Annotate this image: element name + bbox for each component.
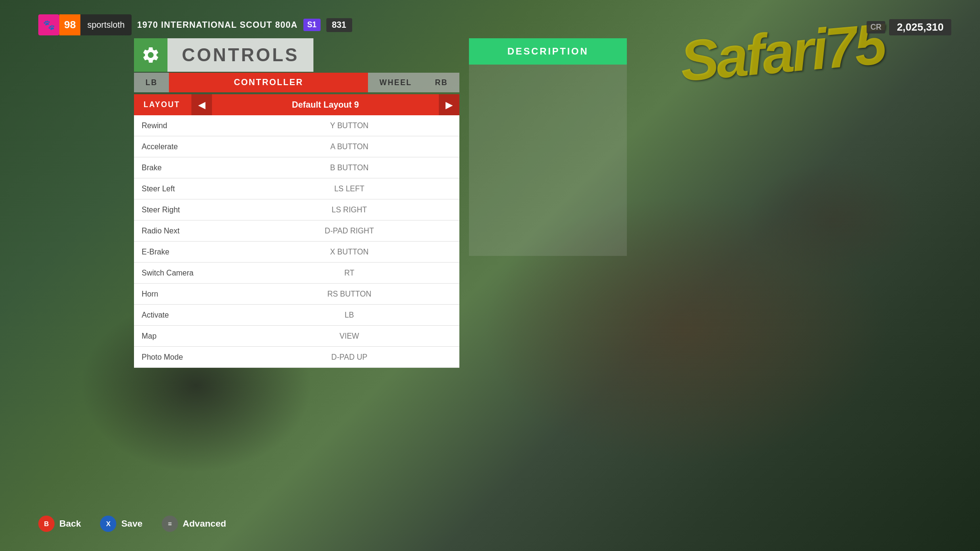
bottom-bar: B Back X Save ≡ Advanced xyxy=(38,516,226,532)
cr-amount: 2,025,310 xyxy=(889,19,951,35)
control-binding: X BUTTON xyxy=(239,248,459,256)
description-title: DESCRIPTION xyxy=(479,46,617,57)
button-save: X xyxy=(100,516,116,532)
controls-panel: CONTROLS LB CONTROLLER WHEEL RB LAYOUT ◀… xyxy=(134,38,459,368)
control-binding: D-PAD RIGHT xyxy=(239,227,459,235)
bottom-action-save[interactable]: X Save xyxy=(100,516,142,532)
control-name: E-Brake xyxy=(134,248,239,256)
player-name: sportsloth xyxy=(80,14,131,35)
car-name: 1970 INTERNATIONAL SCOUT 800A xyxy=(137,20,298,30)
control-binding: RT xyxy=(239,269,459,277)
control-name: Accelerate xyxy=(134,143,239,151)
controls-header: CONTROLS xyxy=(134,38,459,72)
bottom-action-advanced[interactable]: ≡ Advanced xyxy=(162,516,226,532)
cr-display: CR 2,025,310 xyxy=(867,19,951,35)
control-binding: A BUTTON xyxy=(239,143,459,151)
tab-controller[interactable]: CONTROLLER xyxy=(169,73,368,92)
control-binding: RS BUTTON xyxy=(239,290,459,298)
description-header: DESCRIPTION xyxy=(469,38,627,65)
bottom-action-back[interactable]: B Back xyxy=(38,516,81,532)
control-binding: B BUTTON xyxy=(239,164,459,172)
control-row[interactable]: Activate LB xyxy=(134,305,459,326)
control-name: Steer Left xyxy=(134,185,239,193)
player-level: 98 xyxy=(59,14,80,35)
control-name: Rewind xyxy=(134,121,239,130)
tab-rb[interactable]: RB xyxy=(423,73,459,92)
control-name: Photo Mode xyxy=(134,353,239,362)
control-row[interactable]: Brake B BUTTON xyxy=(134,157,459,178)
controls-title-box: CONTROLS xyxy=(167,38,313,72)
layout-bar: LAYOUT ◀ Default Layout 9 ▶ xyxy=(134,94,459,115)
control-row[interactable]: Accelerate A BUTTON xyxy=(134,136,459,157)
control-name: Brake xyxy=(134,164,239,172)
player-icon: 🐾 xyxy=(38,14,59,35)
layout-nav: ◀ Default Layout 9 ▶ xyxy=(191,94,459,115)
car-pi: 831 xyxy=(326,18,352,32)
description-body xyxy=(469,65,627,256)
control-name: Radio Next xyxy=(134,227,239,235)
player-badge: 🐾 98 sportsloth xyxy=(38,14,132,35)
control-row[interactable]: Map VIEW xyxy=(134,326,459,347)
control-name: Steer Right xyxy=(134,206,239,214)
control-binding: LB xyxy=(239,311,459,320)
button-back: B xyxy=(38,516,55,532)
car-class: S1 xyxy=(303,19,321,31)
control-binding: LS RIGHT xyxy=(239,206,459,214)
layout-prev-arrow[interactable]: ◀ xyxy=(191,94,212,115)
action-label-save: Save xyxy=(121,518,142,529)
gear-icon xyxy=(141,45,160,65)
control-binding: LS LEFT xyxy=(239,185,459,193)
control-row[interactable]: E-Brake X BUTTON xyxy=(134,242,459,263)
control-name: Switch Camera xyxy=(134,269,239,277)
layout-name: Default Layout 9 xyxy=(212,100,439,110)
description-panel: DESCRIPTION xyxy=(469,38,627,256)
button-advanced: ≡ xyxy=(162,516,178,532)
control-name: Activate xyxy=(134,311,239,320)
control-row[interactable]: Steer Right LS RIGHT xyxy=(134,199,459,220)
layout-next-arrow[interactable]: ▶ xyxy=(439,94,459,115)
control-binding: D-PAD UP xyxy=(239,353,459,362)
control-row[interactable]: Rewind Y BUTTON xyxy=(134,115,459,136)
control-row[interactable]: Photo Mode D-PAD UP xyxy=(134,347,459,368)
cr-badge: CR xyxy=(867,21,885,33)
control-row[interactable]: Horn RS BUTTON xyxy=(134,284,459,305)
tabs-row: LB CONTROLLER WHEEL RB xyxy=(134,73,459,92)
top-bar: 🐾 98 sportsloth 1970 INTERNATIONAL SCOUT… xyxy=(38,14,352,35)
layout-label: LAYOUT xyxy=(134,95,191,115)
control-row[interactable]: Radio Next D-PAD RIGHT xyxy=(134,220,459,242)
action-label-advanced: Advanced xyxy=(183,518,226,529)
control-binding: VIEW xyxy=(239,332,459,341)
gear-icon-box xyxy=(134,38,167,72)
control-name: Map xyxy=(134,332,239,341)
tab-wheel[interactable]: WHEEL xyxy=(368,73,423,92)
action-label-back: Back xyxy=(59,518,81,529)
controls-list: Rewind Y BUTTON Accelerate A BUTTON Brak… xyxy=(134,115,459,368)
controls-title: CONTROLS xyxy=(182,45,299,66)
control-row[interactable]: Steer Left LS LEFT xyxy=(134,178,459,199)
control-binding: Y BUTTON xyxy=(239,121,459,130)
control-row[interactable]: Switch Camera RT xyxy=(134,263,459,284)
control-name: Horn xyxy=(134,290,239,298)
tab-lb[interactable]: LB xyxy=(134,73,169,92)
